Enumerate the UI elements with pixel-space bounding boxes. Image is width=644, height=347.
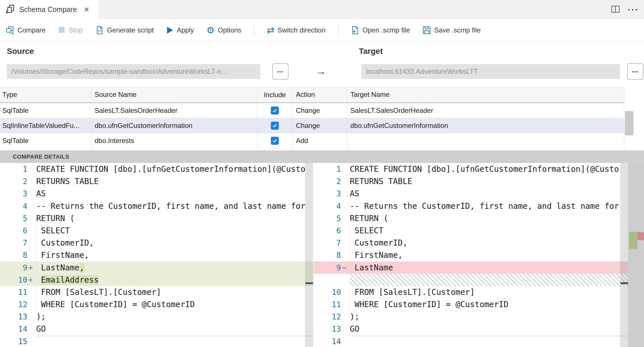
action-cell: Change [292,118,347,133]
table-row[interactable]: SqlInlineTableValuedFu...dbo.ufnGetCusto… [0,118,624,133]
line-number: 6 [0,224,27,237]
code-line[interactable]: 5RETURN ( [0,212,314,224]
grid-vertical-scrollbar[interactable] [625,111,633,135]
split-editor-icon[interactable] [611,5,620,15]
line-number: 8 [314,249,341,261]
include-checkbox[interactable] [271,107,279,115]
code-line[interactable]: 3AS [0,187,314,200]
table-row[interactable]: SqlTableSalesLT.SalesOrderHeaderChangeSa… [0,103,624,118]
code-text: CREATE FUNCTION [dbo].[ufnGetCustomerInf… [36,163,314,175]
include-checkbox[interactable] [271,122,279,130]
code-line[interactable]: 6 SELECT [314,224,628,237]
save-scmp-button[interactable]: Save .scmp file [422,26,481,34]
code-text: RETURNS TABLE [36,175,314,187]
table-row[interactable]: SqlTabledbo.InterestsAdd [0,133,624,148]
line-number: 5 [0,212,27,224]
code-text: SELECT [36,224,314,237]
include-checkbox[interactable] [271,137,279,145]
column-header-type[interactable]: Type [0,87,91,102]
code-line[interactable]: 6 SELECT [0,224,314,237]
code-line[interactable]: 2RETURNS TABLE [0,175,314,187]
code-line[interactable]: 11 FROM [SalesLT].[Customer] [0,286,314,298]
target-name-cell: dbo.ufnGetCustomerInformation [347,118,624,133]
code-line[interactable]: 11 WHERE [CustomerID] = @CustomerID [314,298,628,311]
generate-script-icon: <> [95,26,104,34]
diff-sign: − [341,262,350,274]
code-line[interactable]: 5RETURN ( [314,212,628,224]
code-line[interactable]: 10 FROM [SalesLT].[Customer] [314,286,628,298]
code-text: WHERE [CustomerID] = @CustomerID [350,298,628,311]
diff-spacer-line[interactable] [314,274,628,286]
action-cell: Add [292,133,347,148]
diff-left-pane: 1CREATE FUNCTION [dbo].[ufnGetCustomerIn… [0,163,314,347]
code-line[interactable]: 14GO [0,323,314,335]
source-browse-button[interactable]: ••• [272,63,289,80]
column-header-action[interactable]: Action [292,87,347,102]
line-number: 8 [0,249,27,261]
compare-button[interactable]: Compare [6,26,46,34]
compare-details-title: COMPARE DETAILS [13,150,69,163]
code-line[interactable]: 1CREATE FUNCTION [dbo].[ufnGetCustomerIn… [0,163,314,175]
code-line[interactable]: 2RETURNS TABLE [314,175,628,187]
diff-sign [341,175,350,187]
code-line[interactable]: 15 [0,335,314,347]
code-line[interactable]: 3AS [314,187,628,200]
options-button[interactable]: ⚙Options [206,26,241,35]
code-text: GO [350,323,628,335]
stop-label: Stop [69,26,83,34]
compare-label: Compare [17,26,46,34]
code-text: RETURN ( [350,212,628,224]
right-vertical-scrollbar[interactable] [620,163,628,347]
schema-compare-app: Schema Compare ✕ CompareStop<>Generate s… [0,0,644,347]
line-number: 6 [314,224,341,237]
code-line[interactable]: 8 FirstName, [0,249,314,261]
code-line[interactable]: 12 WHERE [CustomerID] = @CustomerID [0,298,314,311]
tab-schema-compare[interactable]: Schema Compare ✕ [0,0,99,19]
code-line[interactable]: 14 [314,335,628,347]
close-icon[interactable]: ✕ [84,6,89,14]
code-text: AS [36,187,314,200]
apply-button[interactable]: Apply [166,26,194,34]
type-cell: SqlInlineTableValuedFu... [0,118,91,133]
code-line[interactable]: 9− LastName [314,262,628,274]
type-cell: SqlTable [0,103,91,118]
line-number: 4 [0,200,27,212]
stop-icon [58,26,66,34]
generate-script-button[interactable]: <>Generate script [95,26,154,34]
code-line[interactable]: 10+ EmailAddress [0,274,314,286]
switch-direction-button[interactable]: ⇄Switch direction [267,26,326,35]
code-line[interactable]: 12); [314,311,628,323]
code-line[interactable]: 13); [0,311,314,323]
line-number: 10 [0,274,27,286]
line-number: 9 [0,262,27,274]
code-line[interactable]: 4-- Returns the CustomerID, first name, … [0,200,314,212]
column-header-include[interactable]: Include [257,87,292,102]
code-line[interactable]: 4-- Returns the CustomerID, first name, … [314,200,628,212]
target-name-cell: SalesLT.SalesOrderHeader [347,103,624,118]
code-line[interactable]: 7 CustomerID, [0,237,314,249]
open-scmp-button[interactable]: Open .scmp file [351,26,410,34]
left-vertical-scrollbar[interactable] [305,163,313,347]
code-line[interactable]: 13GO [314,323,628,335]
toolbar-separator [254,25,254,35]
code-line[interactable]: 9+ LastName, [0,262,314,274]
column-header-source-name[interactable]: Source Name [91,87,257,102]
line-number: 13 [314,323,341,335]
diff-sign [27,175,36,187]
code-text: -- Returns the CustomerID, first name, a… [36,200,314,212]
target-heading: Target [359,47,383,56]
target-input[interactable]: localhost,61433.AdventureWorksLTT [361,64,620,79]
code-line[interactable]: 8 FirstName, [314,249,628,261]
toolbar: CompareStop<>Generate scriptApply⚙Option… [0,19,644,42]
diff-overview-ruler[interactable] [628,163,644,347]
code-text: RETURNS TABLE [350,175,628,187]
code-line[interactable]: 1CREATE FUNCTION [dbo].[ufnGetCustomerIn… [314,163,628,175]
code-text [350,335,628,347]
source-input[interactable]: /Volumes/Storage/CodeRepos/sample-sandbo… [7,64,260,79]
code-line[interactable]: 7 CustomerID, [314,237,628,249]
code-text: SELECT [350,224,628,237]
more-actions-icon[interactable] [627,7,638,12]
svg-text:<>: <> [97,29,101,33]
target-browse-button[interactable]: ••• [627,63,643,80]
column-header-target-name[interactable]: Target Name [347,87,624,102]
